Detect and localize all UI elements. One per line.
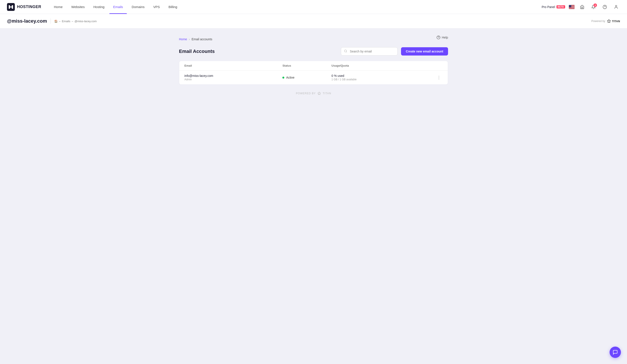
nav-hosting[interactable]: Hosting xyxy=(90,0,108,14)
notification-icon-button[interactable]: 4 xyxy=(590,3,597,11)
top-row: Home › Email accounts Help xyxy=(179,36,448,43)
status-label: Active xyxy=(286,76,294,79)
status-cell: Active xyxy=(282,76,331,79)
email-role: Admin xyxy=(184,78,282,81)
page-footer: POWERED BY TITAN xyxy=(179,85,448,102)
chat-button[interactable] xyxy=(610,347,621,358)
col-status: Status xyxy=(282,64,331,67)
row-menu-button[interactable]: ⋮ xyxy=(435,74,443,81)
usage-percent: 0 % used xyxy=(332,74,429,78)
powered-by-label: Powered by xyxy=(591,20,605,23)
breadcrumb-chevron: › xyxy=(189,37,190,41)
brand-name: HOSTINGER xyxy=(17,4,41,9)
col-usage: Usage/Quota xyxy=(332,64,429,67)
breadcrumb-sep2: – xyxy=(72,20,73,23)
domain-title: @miss-lacey.com xyxy=(7,18,47,24)
footer-powered-by: POWERED BY xyxy=(296,92,316,95)
page-header: @miss-lacey.com 🏠 – Emails – @miss-lacey… xyxy=(0,14,627,29)
nav-billing[interactable]: Billing xyxy=(165,0,181,14)
breadcrumb-home-icon[interactable]: 🏠 xyxy=(54,20,58,23)
nav-links: Home Websites Hosting Emails Domains VPS… xyxy=(50,0,542,14)
titan-logo: TITAN xyxy=(607,19,620,23)
email-cell: info@miss-lacey.com Admin xyxy=(184,74,282,81)
store-icon-button[interactable] xyxy=(578,3,586,11)
footer-titan: TITAN xyxy=(323,92,331,95)
nav-right: Pro Panel BETA 4 xyxy=(542,3,620,11)
table-row: info@miss-lacey.com Admin Active 0 % use… xyxy=(179,71,448,85)
table-header: Email Status Usage/Quota xyxy=(179,61,448,71)
actions-bar: Email Accounts Create new email account xyxy=(179,47,448,55)
breadcrumb-sep1: – xyxy=(59,20,60,23)
svg-line-8 xyxy=(346,52,347,52)
page-header-left: @miss-lacey.com 🏠 – Emails – @miss-lacey… xyxy=(7,18,97,24)
nav-emails[interactable]: Emails xyxy=(109,0,127,14)
powered-by-section: Powered by TITAN xyxy=(591,19,620,23)
header-breadcrumb: 🏠 – Emails – @miss-lacey.com xyxy=(54,20,97,23)
search-icon xyxy=(344,50,347,53)
usage-detail: 1 GB / 1 GB available xyxy=(332,78,429,81)
usage-cell: 0 % used 1 GB / 1 GB available xyxy=(332,74,429,81)
status-dot xyxy=(282,77,284,79)
help-label: Help xyxy=(442,36,448,39)
notification-badge: 4 xyxy=(593,3,597,7)
svg-point-7 xyxy=(344,50,347,52)
email-accounts-table: Email Status Usage/Quota info@miss-lacey… xyxy=(179,61,448,85)
help-link[interactable]: Help xyxy=(436,36,448,39)
col-email: Email xyxy=(184,64,282,67)
menu-cell: ⋮ xyxy=(429,74,443,81)
svg-marker-9 xyxy=(318,92,321,95)
breadcrumb-current: Email accounts xyxy=(192,37,212,41)
breadcrumb-home-link[interactable]: Home xyxy=(179,37,187,41)
breadcrumb-emails[interactable]: Emails xyxy=(62,20,70,23)
main-content: Home › Email accounts Help Email Account… xyxy=(172,29,455,109)
help-icon-button[interactable] xyxy=(601,3,609,11)
breadcrumb-domain: @miss-lacey.com xyxy=(74,20,97,23)
svg-point-3 xyxy=(616,5,617,7)
svg-marker-4 xyxy=(607,20,611,23)
col-actions xyxy=(429,64,443,67)
search-wrapper xyxy=(341,47,398,55)
language-flag[interactable] xyxy=(569,5,575,9)
search-input[interactable] xyxy=(341,47,398,55)
beta-badge: BETA xyxy=(556,5,565,8)
nav-websites[interactable]: Websites xyxy=(67,0,89,14)
nav-domains[interactable]: Domains xyxy=(128,0,149,14)
navbar: HOSTINGER Home Websites Hosting Emails D… xyxy=(0,0,627,14)
account-icon-button[interactable] xyxy=(612,3,620,11)
nav-home[interactable]: Home xyxy=(50,0,67,14)
pro-panel-label: Pro Panel xyxy=(542,5,555,9)
header-separator xyxy=(51,18,51,24)
logo[interactable]: HOSTINGER xyxy=(7,3,41,11)
breadcrumb-nav: Home › Email accounts xyxy=(179,37,212,41)
email-accounts-title: Email Accounts xyxy=(179,49,215,54)
email-address: info@miss-lacey.com xyxy=(184,74,282,78)
nav-vps[interactable]: VPS xyxy=(149,0,164,14)
pro-panel-button[interactable]: Pro Panel BETA xyxy=(542,5,565,9)
create-email-account-button[interactable]: Create new email account xyxy=(401,47,448,55)
actions-right: Create new email account xyxy=(341,47,448,55)
